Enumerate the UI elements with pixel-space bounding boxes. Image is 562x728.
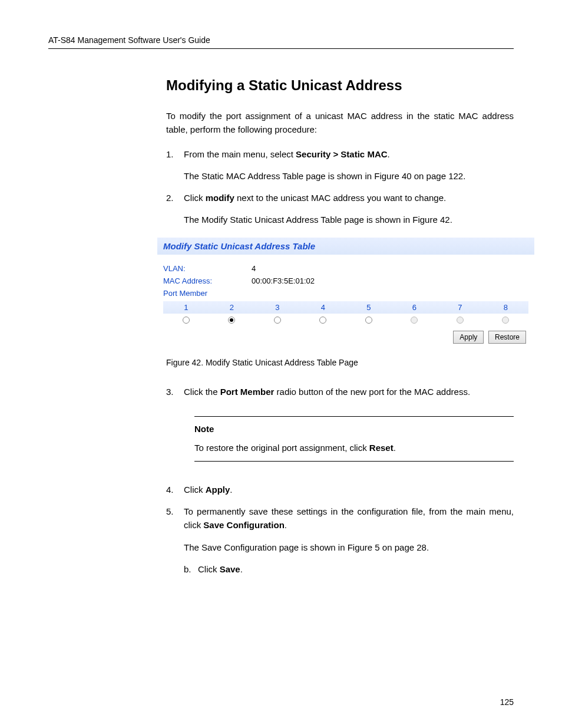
save-ref: The Save Configuration page is shown in …: [184, 542, 429, 552]
radio-port-6: [411, 317, 418, 324]
port-col-8: 8: [483, 301, 529, 314]
step-2: 2. Click modify next to the unicast MAC …: [166, 191, 514, 227]
note-label: Note: [194, 423, 224, 436]
radio-port-3[interactable]: [274, 317, 281, 324]
step-ref: The Static MAC Address Table page is sho…: [184, 171, 465, 181]
port-header-row: 1 2 3 4 5 6 7 8: [163, 301, 528, 314]
port-col-1: 1: [163, 301, 209, 314]
figure-caption: Figure 42. Modify Static Unicast Address…: [166, 358, 514, 367]
header-left: AT-S84 Management Software User's Guide: [48, 35, 210, 45]
intro-text: To modify the port assignment of a unica…: [166, 109, 514, 137]
note-rule-top: [194, 416, 514, 417]
step-3: 3. Click the Port Member radio button of…: [166, 385, 514, 398]
step-text: From the main menu, select: [184, 149, 296, 159]
figure-42: Modify Static Unicast Address Table VLAN…: [157, 238, 534, 346]
vlan-label: VLAN:: [163, 264, 252, 273]
mac-label: MAC Address:: [163, 276, 252, 285]
step4-text-prefix: Click: [184, 485, 206, 495]
step-ref: The Modify Static Unicast Address Table …: [184, 215, 452, 225]
port-col-7: 7: [437, 301, 483, 314]
radio-port-1[interactable]: [183, 317, 190, 324]
port-col-5: 5: [346, 301, 392, 314]
substep-bold: Save: [220, 564, 240, 574]
step4-bold: Apply: [206, 485, 230, 495]
step3-text-prefix: Click the: [184, 387, 220, 397]
substep-bullet: b.: [184, 562, 192, 576]
port-col-2: 2: [209, 301, 255, 314]
note-bold: Reset: [369, 443, 394, 453]
port-radio-row: [163, 314, 528, 326]
note-text-suffix: .: [394, 443, 396, 453]
step-5: 5. To permanently save these settings in…: [166, 505, 514, 554]
note-block: Note: [194, 423, 514, 436]
step-text: Click: [184, 193, 206, 203]
vlan-value: 4: [252, 264, 256, 273]
note-text-prefix: To restore the original port assignment,…: [194, 443, 369, 453]
note-rule-bottom: [194, 461, 514, 462]
step-number: 3.: [166, 385, 177, 398]
restore-button[interactable]: Restore: [488, 331, 526, 344]
section-title: Modifying a Static Unicast Address: [166, 77, 514, 94]
radio-port-7: [457, 317, 464, 324]
step5-after: .: [285, 520, 287, 530]
mac-value: 00:00:F3:5E:01:02: [252, 276, 315, 285]
step-number: 5.: [166, 505, 177, 554]
step3-bold: Port Member: [220, 387, 275, 397]
radio-port-5[interactable]: [365, 317, 372, 324]
note-text-row: To restore the original port assignment,…: [194, 442, 514, 455]
step-number: 2.: [166, 191, 177, 227]
step3-text-suffix: radio button of the new port for the MAC…: [274, 387, 470, 397]
step5-bold: Save Configuration: [203, 520, 285, 530]
port-col-4: 4: [300, 301, 346, 314]
substep-text-suffix: .: [240, 564, 243, 574]
port-col-6: 6: [392, 301, 438, 314]
step-1: 1. From the main menu, select Security >…: [166, 147, 514, 183]
step-number: 4.: [166, 483, 177, 496]
substep-b: b. Click Save.: [184, 562, 514, 576]
step-4: 4. Click Apply.: [166, 483, 514, 496]
menu-path: Security > Static MAC: [296, 149, 387, 159]
step4-text-suffix: .: [230, 485, 232, 495]
page-number: 125: [500, 697, 514, 707]
panel-title: Modify Static Unicast Address Table: [157, 238, 534, 255]
apply-button[interactable]: Apply: [453, 331, 484, 344]
port-member-label: Port Member: [163, 289, 252, 298]
radio-port-4[interactable]: [319, 317, 326, 324]
step-number: 1.: [166, 147, 177, 183]
modify-word: modify: [206, 193, 234, 203]
radio-port-8: [502, 317, 509, 324]
substep-text-prefix: Click: [198, 564, 220, 574]
port-col-3: 3: [254, 301, 300, 314]
radio-port-2[interactable]: [228, 317, 235, 324]
